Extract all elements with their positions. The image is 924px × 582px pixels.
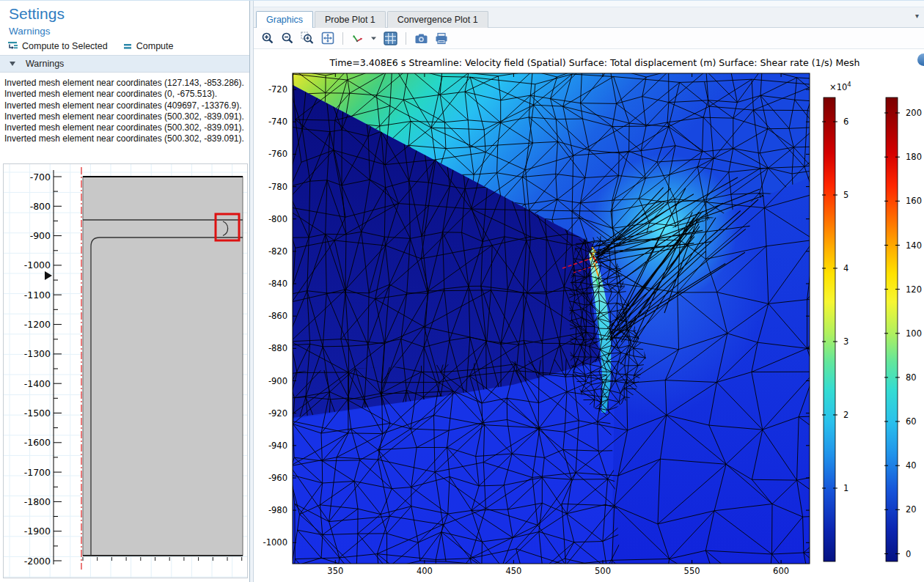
svg-text:-1900: -1900 bbox=[24, 526, 51, 537]
graphics-tabbar: Graphics Probe Plot 1 Convergence Plot 1… bbox=[254, 7, 924, 28]
svg-text:-1100: -1100 bbox=[24, 290, 51, 301]
graphics-toolbar bbox=[254, 28, 924, 49]
svg-text:160: 160 bbox=[906, 196, 922, 206]
tab-probe-plot-1[interactable]: Probe Plot 1 bbox=[315, 11, 386, 28]
compute-button[interactable]: Compute bbox=[122, 41, 174, 51]
svg-text:450: 450 bbox=[505, 566, 521, 576]
svg-text:350: 350 bbox=[327, 566, 343, 576]
svg-text:2: 2 bbox=[843, 410, 848, 420]
image-snapshot-icon[interactable] bbox=[414, 32, 428, 45]
svg-text:-760: -760 bbox=[268, 149, 287, 159]
tab-overflow-chevron-icon[interactable]: ▾ bbox=[915, 12, 919, 20]
svg-text:-900: -900 bbox=[268, 376, 287, 386]
svg-text:100: 100 bbox=[906, 328, 922, 339]
svg-text:×104: ×104 bbox=[829, 81, 851, 92]
warning-line: Inverted mesh element near coordinates (… bbox=[4, 89, 249, 100]
svg-text:5: 5 bbox=[843, 190, 848, 200]
svg-text:-1700: -1700 bbox=[24, 467, 51, 478]
svg-text:-1000: -1000 bbox=[263, 537, 287, 548]
window-top-strip bbox=[254, 1, 924, 7]
svg-text:-1600: -1600 bbox=[24, 437, 51, 448]
toolbar-separator bbox=[342, 32, 343, 45]
show-grid-icon[interactable] bbox=[384, 32, 397, 45]
svg-text:60: 60 bbox=[906, 416, 917, 427]
warnings-list: Inverted mesh element near coordinates (… bbox=[0, 73, 249, 145]
graphics-canvas: Time=3.408E6 s Streamline: Velocity fiel… bbox=[254, 49, 924, 582]
svg-text:0: 0 bbox=[906, 549, 911, 559]
svg-text:-800: -800 bbox=[268, 214, 287, 224]
settings-node-name: Warnings bbox=[9, 26, 249, 37]
warnings-section-label: Warnings bbox=[26, 59, 64, 69]
svg-text:3: 3 bbox=[843, 336, 848, 347]
mini-geometry-plot[interactable]: -700-800-900-1000-1100-1200-1300-1400-15… bbox=[4, 164, 247, 578]
svg-text:-720: -720 bbox=[268, 84, 287, 95]
svg-text:1: 1 bbox=[843, 483, 848, 493]
svg-text:-1500: -1500 bbox=[24, 408, 51, 419]
compute-to-selected-label: Compute to Selected bbox=[22, 41, 108, 51]
zoom-box-icon[interactable] bbox=[301, 32, 315, 45]
compute-to-selected-button[interactable]: Compute to Selected bbox=[7, 40, 108, 51]
svg-text:-1200: -1200 bbox=[24, 319, 51, 330]
svg-text:500: 500 bbox=[595, 566, 611, 576]
zoom-out-icon[interactable] bbox=[281, 32, 294, 45]
print-icon[interactable] bbox=[435, 32, 448, 45]
mini-geometry-plot-box: -700-800-900-1000-1100-1200-1300-1400-15… bbox=[3, 163, 248, 578]
mesh-surface-plot[interactable]: 350400450500550600-720-740-760-780-800-8… bbox=[254, 49, 924, 582]
zoom-extents-icon[interactable] bbox=[321, 32, 334, 45]
settings-toolbar: Compute to Selected Compute bbox=[7, 40, 249, 51]
warning-line: Inverted mesh element near coordinates (… bbox=[4, 78, 249, 89]
svg-text:600: 600 bbox=[773, 566, 789, 576]
svg-text:-780: -780 bbox=[268, 182, 287, 192]
svg-text:-1800: -1800 bbox=[24, 496, 51, 507]
toolbar-separator bbox=[406, 32, 406, 45]
compute-icon bbox=[122, 41, 133, 51]
tab-graphics[interactable]: Graphics bbox=[256, 11, 313, 28]
warnings-section-header[interactable]: Warnings bbox=[0, 55, 249, 73]
svg-text:120: 120 bbox=[906, 284, 922, 295]
svg-text:-940: -940 bbox=[268, 441, 287, 451]
collapse-triangle-icon bbox=[10, 62, 15, 66]
svg-text:-800: -800 bbox=[30, 201, 51, 212]
svg-text:40: 40 bbox=[906, 460, 917, 471]
svg-text:-860: -860 bbox=[268, 311, 287, 321]
svg-text:200: 200 bbox=[906, 108, 922, 118]
svg-text:-700: -700 bbox=[30, 172, 51, 183]
svg-text:-1400: -1400 bbox=[24, 378, 51, 389]
svg-text:4: 4 bbox=[843, 263, 848, 273]
svg-text:-740: -740 bbox=[268, 117, 287, 127]
svg-text:20: 20 bbox=[906, 504, 917, 515]
comsol-window: Settings Warnings Compute to Selected bbox=[0, 0, 924, 582]
svg-text:-900: -900 bbox=[30, 230, 51, 241]
graphics-panel: Graphics Probe Plot 1 Convergence Plot 1… bbox=[254, 1, 924, 582]
warning-line: Inverted mesh element near coordinates (… bbox=[4, 122, 249, 133]
svg-text:140: 140 bbox=[906, 240, 922, 251]
tab-convergence-plot-1[interactable]: Convergence Plot 1 bbox=[387, 11, 488, 28]
warning-line: Inverted mesh element near coordinates (… bbox=[4, 133, 249, 144]
default-view-dropdown-icon[interactable] bbox=[370, 32, 377, 45]
zoom-in-icon[interactable] bbox=[261, 32, 274, 45]
svg-text:6: 6 bbox=[843, 117, 848, 127]
warning-line: Inverted mesh element near coordinates (… bbox=[4, 111, 249, 122]
svg-text:-1300: -1300 bbox=[24, 348, 51, 359]
svg-text:-820: -820 bbox=[268, 246, 287, 257]
default-view-icon[interactable] bbox=[351, 32, 364, 45]
settings-panel-title: Settings bbox=[9, 5, 249, 23]
compute-to-selected-icon bbox=[7, 40, 18, 51]
settings-panel: Settings Warnings Compute to Selected bbox=[0, 1, 250, 582]
svg-text:550: 550 bbox=[684, 566, 700, 576]
svg-text:-2000: -2000 bbox=[24, 556, 51, 567]
svg-text:-980: -980 bbox=[268, 505, 287, 515]
svg-text:-960: -960 bbox=[268, 473, 287, 483]
svg-text:80: 80 bbox=[906, 372, 917, 383]
compute-label: Compute bbox=[136, 41, 174, 51]
svg-text:-920: -920 bbox=[268, 408, 287, 419]
svg-text:-840: -840 bbox=[268, 279, 287, 289]
warning-line: Inverted mesh element near coordinates (… bbox=[4, 100, 249, 111]
svg-text:-880: -880 bbox=[268, 343, 287, 353]
svg-text:180: 180 bbox=[906, 152, 922, 162]
svg-text:-1000: -1000 bbox=[24, 259, 51, 270]
svg-text:400: 400 bbox=[417, 566, 433, 576]
